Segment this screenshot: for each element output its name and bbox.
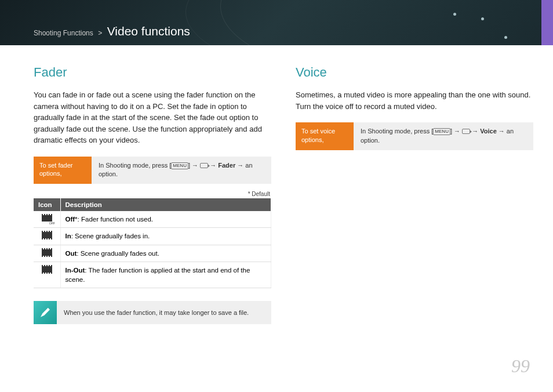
txt: In Shooting mode, press [ (99, 162, 171, 169)
fader-instruction-text: In Shooting mode, press [MENU] → → Fader… (92, 157, 271, 184)
menu-button-icon: MENU (171, 162, 188, 169)
fader-box-label: To set fader options, (34, 157, 92, 184)
main-content: Fader You can fade in or fade out a scen… (0, 45, 553, 324)
txt: ] → (450, 128, 462, 135)
txt-bold: Fader (218, 162, 235, 169)
fader-table: Icon Description Off*: Fader function no… (34, 198, 271, 288)
video-mode-icon (200, 163, 208, 168)
side-tab (541, 0, 553, 45)
breadcrumb-parent: Shooting Functions (34, 29, 93, 37)
th-icon: Icon (34, 198, 60, 211)
fader-note-text: When you use the fader function, it may … (57, 301, 271, 324)
fader-in-icon (42, 232, 52, 238)
decor-dot (481, 17, 484, 20)
voice-intro: Sometimes, a muted video is more appeali… (296, 89, 533, 112)
fader-heading: Fader (34, 65, 271, 80)
fader-intro: You can fade in or fade out a scene usin… (34, 89, 271, 146)
fader-off-icon (42, 215, 52, 222)
txt-bold: Voice (480, 128, 497, 135)
row-icon (34, 245, 60, 262)
default-note: * Default (34, 191, 270, 197)
page-number: 99 (511, 355, 530, 377)
decor-dot (453, 13, 456, 16)
txt: ] → (188, 162, 200, 169)
table-row: In: Scene gradually fades in. (34, 228, 271, 245)
breadcrumb-sep: > (96, 29, 104, 37)
pen-icon (41, 308, 50, 317)
voice-column: Voice Sometimes, a muted video is more a… (296, 65, 533, 324)
voice-box-label: To set voice options, (296, 122, 354, 150)
table-row: Off*: Fader function not used. (34, 211, 271, 228)
txt: In Shooting mode, press [ (361, 128, 433, 135)
row-desc: In-Out: The fader function is applied at… (60, 262, 271, 288)
row-icon (34, 262, 60, 288)
row-icon (34, 211, 60, 228)
fader-out-icon (42, 249, 52, 256)
voice-heading: Voice (296, 65, 533, 80)
row-icon (34, 228, 60, 245)
decor-dot (504, 36, 507, 39)
page-header: Shooting Functions > Video functions (0, 0, 553, 45)
table-row: In-Out: The fader function is applied at… (34, 262, 271, 288)
video-mode-icon (462, 129, 470, 134)
fader-inout-icon (42, 266, 52, 273)
voice-instruction: To set voice options, In Shooting mode, … (296, 122, 533, 150)
th-desc: Description (60, 198, 271, 211)
fader-column: Fader You can fade in or fade out a scen… (34, 65, 271, 324)
breadcrumb-title: Video functions (107, 24, 190, 38)
fader-note: When you use the fader function, it may … (34, 301, 271, 324)
voice-instruction-text: In Shooting mode, press [MENU] → → Voice… (354, 122, 533, 150)
menu-button-icon: MENU (433, 128, 450, 135)
note-icon (34, 301, 57, 324)
row-desc: Out: Scene gradually fades out. (60, 245, 271, 262)
fader-instruction: To set fader options, In Shooting mode, … (34, 157, 271, 184)
table-row: Out: Scene gradually fades out. (34, 245, 271, 262)
row-desc: Off*: Fader function not used. (60, 211, 271, 228)
row-desc: In: Scene gradually fades in. (60, 228, 271, 245)
